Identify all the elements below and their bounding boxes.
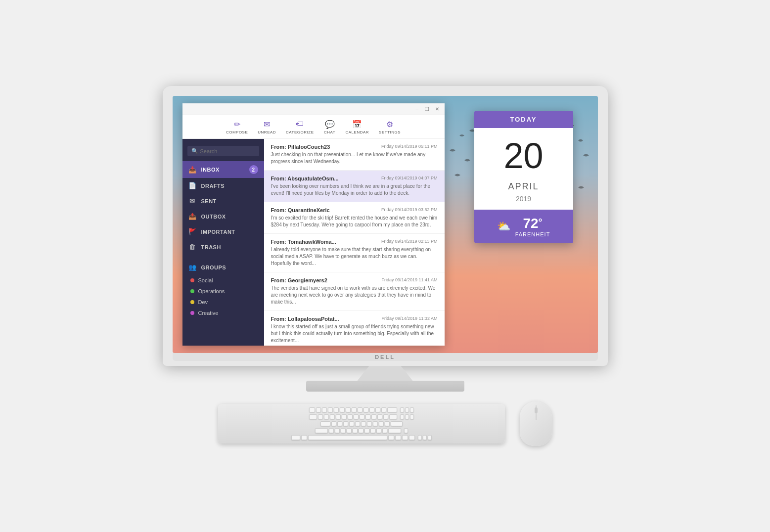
sidebar-item-trash[interactable]: 🗑 TRASH [182, 239, 264, 255]
categorize-label: CATEGORIZE [286, 130, 314, 134]
sidebar-item-drafts[interactable]: 📄 DRAFTS [182, 178, 264, 193]
group-operations[interactable]: Operations [182, 286, 264, 297]
key [343, 421, 348, 426]
monitor-stand-base [306, 381, 464, 392]
dev-label: Dev [198, 299, 208, 305]
dell-logo: DELL [375, 354, 395, 360]
key [315, 428, 328, 433]
key [349, 421, 354, 426]
email-date: Friday 09/14/2019 11:32 AM [381, 316, 437, 322]
toolbar-calendar[interactable]: 📅 CALENDAR [346, 119, 369, 134]
key [335, 428, 340, 433]
key [395, 435, 401, 440]
drafts-label: DRAFTS [201, 183, 225, 189]
sidebar-item-important[interactable]: 🚩 IMPORTANT [182, 224, 264, 239]
important-icon: 🚩 [188, 228, 196, 235]
key [318, 414, 323, 419]
email-date: Friday 09/14/2019 05:11 PM [381, 144, 438, 150]
sidebar-item-inbox[interactable]: 📥 INBOX 2 [182, 161, 264, 178]
email-from: From: LollapaloosaPotat... [271, 316, 339, 322]
email-preview: The vendors that have signed on to work … [271, 285, 438, 306]
email-date: Friday 09/14/2019 02:13 PM [381, 239, 438, 245]
key [355, 421, 360, 426]
maximize-button[interactable]: ❐ [424, 106, 431, 113]
chat-label: CHAT [324, 130, 335, 134]
email-preview: I know this started off as just a small … [271, 323, 438, 344]
email-header: From: Georgiemyers2 Friday 09/14/2019 11… [271, 277, 438, 283]
key [387, 407, 397, 412]
sent-label: SENT [201, 198, 217, 204]
close-button[interactable]: ✕ [434, 106, 441, 113]
email-preview: I already told everyone to make sure tha… [271, 246, 438, 267]
email-header: From: PillalooCouch23 Friday 09/14/2019 … [271, 144, 438, 150]
creative-label: Creative [198, 310, 219, 316]
spacebar-key [308, 435, 387, 440]
minimize-button[interactable]: − [414, 106, 421, 113]
compose-label: COMPOSE [226, 130, 248, 134]
key [336, 414, 341, 419]
search-input[interactable] [200, 148, 255, 154]
key [371, 414, 376, 419]
key [405, 407, 409, 412]
key [329, 428, 334, 433]
email-item-0[interactable]: From: PillalooCouch23 Friday 09/14/2019 … [264, 139, 445, 171]
email-from: From: AbsquatulateOsm... [271, 176, 339, 181]
inbox-icon: 📥 [188, 166, 196, 174]
key [391, 421, 403, 426]
key [370, 428, 375, 433]
outbox-icon: 📤 [188, 213, 196, 220]
unread-label: UNREAD [258, 130, 276, 134]
window-titlebar: − ❐ ✕ [182, 103, 445, 115]
email-item-1[interactable]: From: AbsquatulateOsm... Friday 09/14/20… [264, 171, 445, 202]
key [379, 421, 384, 426]
key [334, 407, 339, 412]
operations-dot [190, 289, 194, 293]
weather-bar: ⛅ 72 ° FARENHEIT [474, 210, 573, 243]
calendar-month: APRIL [474, 178, 573, 195]
chat-icon: 💬 [324, 119, 336, 129]
toolbar-compose[interactable]: ✏ COMPOSE [226, 119, 248, 134]
email-date: Friday 09/14/2019 04:07 PM [381, 176, 438, 181]
calendar-day: 20 [479, 138, 568, 174]
toolbar-categorize[interactable]: 🏷 CATEGORIZE [286, 119, 314, 134]
email-preview: Just checking in on that presentation...… [271, 151, 438, 165]
email-item-5[interactable]: From: LollapaloosaPotat... Friday 09/14/… [264, 311, 445, 346]
monitor-stand-neck [346, 366, 425, 381]
email-sidebar: 🔍 📥 INBOX 2 📄 DRAFTS [182, 139, 264, 346]
sidebar-groups-header: 👥 GROUPS [182, 260, 264, 275]
key [361, 421, 366, 426]
monitor-bezel: − ❐ ✕ ✏ COMPOSE ✉ UNREAD 🏷 [163, 86, 608, 366]
operations-label: Operations [198, 288, 225, 294]
calendar-label: CALENDAR [346, 130, 369, 134]
key [389, 414, 397, 419]
email-item-4[interactable]: From: Georgiemyers2 Friday 09/14/2019 11… [264, 272, 445, 311]
key [301, 435, 307, 440]
drafts-icon: 📄 [188, 182, 196, 189]
peripherals [163, 401, 608, 446]
key [388, 428, 401, 433]
calendar-year: 2019 [474, 195, 573, 210]
groups-title: GROUPS [201, 265, 226, 270]
sidebar-item-outbox[interactable]: 📤 OUTBOX [182, 209, 264, 224]
categorize-icon: 🏷 [294, 119, 306, 129]
email-item-2[interactable]: From: QuarantineXeric Friday 09/14/2019 … [264, 202, 445, 234]
search-box[interactable]: 🔍 [187, 146, 259, 156]
key [400, 407, 404, 412]
group-social[interactable]: Social [182, 275, 264, 286]
email-header: From: QuarantineXeric Friday 09/14/2019 … [271, 207, 438, 213]
email-list[interactable]: From: PillalooCouch23 Friday 09/14/2019 … [264, 139, 445, 346]
group-dev[interactable]: Dev [182, 297, 264, 308]
inbox-label: INBOX [201, 167, 220, 173]
weather-info: 72 ° FARENHEIT [515, 216, 550, 237]
key [410, 407, 414, 412]
key [348, 414, 353, 419]
email-item-3[interactable]: From: TomahawkWoma... Friday 09/14/2019 … [264, 234, 445, 272]
toolbar-settings[interactable]: ⚙ SETTINGS [379, 119, 401, 134]
sidebar-item-sent[interactable]: ✉ SENT [182, 193, 264, 209]
toolbar-chat[interactable]: 💬 CHAT [324, 119, 336, 134]
toolbar-unread[interactable]: ✉ UNREAD [258, 119, 276, 134]
trash-label: TRASH [201, 244, 221, 250]
keyboard [218, 404, 505, 443]
group-creative[interactable]: Creative [182, 308, 264, 318]
email-from: From: Georgiemyers2 [271, 277, 327, 283]
